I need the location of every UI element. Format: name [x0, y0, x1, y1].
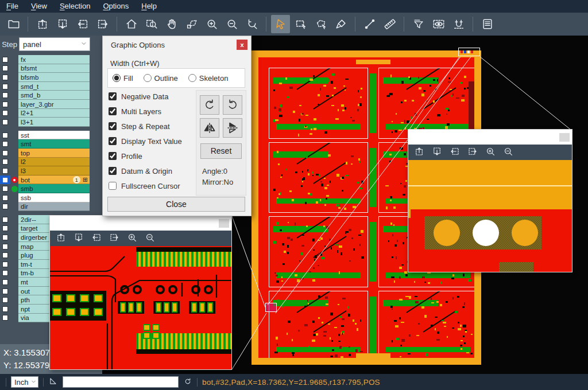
- menu-selection[interactable]: Selection: [53, 0, 96, 13]
- pan-left-button[interactable]: [91, 232, 102, 245]
- layer-row-bfsmb[interactable]: bfsmb: [0, 73, 102, 82]
- layer-row-ssb[interactable]: ssb: [0, 193, 102, 202]
- snap-button[interactable]: [449, 15, 468, 33]
- layer-checkbox[interactable]: [0, 139, 10, 149]
- pan-down-button[interactable]: [432, 146, 442, 159]
- clear-selection-button[interactable]: [331, 15, 350, 33]
- layer-row-smt[interactable]: smt: [0, 139, 102, 149]
- layer-checkbox[interactable]: [0, 193, 10, 202]
- radio-input[interactable]: [188, 74, 196, 82]
- layer-row-l3[interactable]: l3: [0, 166, 102, 176]
- layer-checkbox[interactable]: [0, 184, 10, 193]
- zoom-in-button[interactable]: [127, 232, 137, 245]
- checkbox-multi-layers[interactable]: Multi Layers: [109, 104, 182, 119]
- layer-checkbox[interactable]: [0, 278, 10, 287]
- zoom-out-button[interactable]: [222, 15, 241, 33]
- checkbox-input[interactable]: [109, 167, 117, 175]
- layer-row-dir[interactable]: dir: [0, 202, 102, 212]
- layer-checkbox[interactable]: [0, 215, 10, 224]
- checkbox-input[interactable]: [109, 137, 117, 145]
- zoom-out-button[interactable]: [503, 146, 513, 159]
- checkbox-display-text-value[interactable]: Display Text Value: [109, 134, 182, 149]
- command-input[interactable]: [63, 376, 179, 388]
- layer-row-l3+1[interactable]: l3+1: [0, 118, 102, 127]
- mirror-vertical-button[interactable]: [223, 118, 242, 138]
- layer-row-l2+1[interactable]: l2+1: [0, 109, 102, 118]
- layer-checkbox[interactable]: [0, 82, 10, 91]
- radio-input[interactable]: [144, 74, 152, 82]
- sync-icon[interactable]: [183, 377, 192, 388]
- report-button[interactable]: [478, 15, 497, 33]
- pan-down-button[interactable]: [53, 15, 72, 33]
- zoom-out-button[interactable]: [145, 232, 155, 245]
- layer-checkbox[interactable]: [0, 233, 10, 242]
- layer-row-l2[interactable]: l2: [0, 158, 102, 167]
- pan-up-button[interactable]: [56, 232, 66, 245]
- ruler-button[interactable]: [380, 15, 399, 33]
- layer-checkbox[interactable]: [0, 109, 10, 118]
- layer-checkbox[interactable]: [0, 295, 10, 305]
- zoom-in-button[interactable]: [202, 15, 221, 33]
- menu-view[interactable]: View: [25, 0, 53, 13]
- layer-checkbox[interactable]: [0, 131, 10, 140]
- pan-left-button[interactable]: [73, 15, 92, 33]
- view-options-button[interactable]: [429, 15, 448, 33]
- pan-right-button[interactable]: [109, 232, 119, 245]
- checkbox-negative-data[interactable]: Negative Data: [109, 89, 182, 104]
- radio-skeleton[interactable]: Skeleton: [188, 74, 229, 83]
- layer-row-bfsmt[interactable]: bfsmt: [0, 64, 102, 73]
- checkbox-input[interactable]: [109, 107, 117, 115]
- magnifier-view-left[interactable]: [50, 246, 231, 369]
- layer-checkbox[interactable]: [0, 260, 10, 269]
- layer-checkbox[interactable]: [0, 91, 10, 100]
- menu-help[interactable]: Help: [135, 0, 163, 13]
- checkbox-step-repeat[interactable]: Step & Repeat: [109, 119, 182, 134]
- zoom-poly-button[interactable]: [182, 15, 201, 33]
- layer-checkbox[interactable]: [0, 314, 10, 323]
- layer-row-sst[interactable]: sst: [0, 131, 102, 140]
- menu-options[interactable]: Options: [96, 0, 135, 13]
- unit-select[interactable]: Inch: [11, 376, 38, 388]
- layer-checkbox[interactable]: [0, 305, 10, 314]
- layer-checkbox[interactable]: [0, 64, 10, 73]
- layer-checkbox[interactable]: [0, 287, 10, 296]
- select-tool-button[interactable]: [271, 15, 290, 33]
- pan-right-button[interactable]: [93, 15, 112, 33]
- layer-checkbox[interactable]: [0, 73, 10, 82]
- pan-up-button[interactable]: [414, 146, 424, 159]
- rotate-cw-button[interactable]: [200, 95, 219, 115]
- layer-checkbox[interactable]: [0, 269, 10, 278]
- close-icon[interactable]: x: [237, 40, 247, 50]
- checkbox-profile[interactable]: Profile: [109, 149, 182, 163]
- zoom-previous-button[interactable]: [242, 15, 261, 33]
- layer-checkbox[interactable]: [0, 242, 10, 251]
- menu-file[interactable]: File: [0, 0, 25, 13]
- minimize-button[interactable]: [219, 219, 229, 228]
- poly-select-button[interactable]: [311, 15, 330, 33]
- layer-row-smd_t[interactable]: smd_t: [0, 82, 102, 91]
- layer-checkbox[interactable]: [0, 100, 10, 109]
- pan-down-button[interactable]: [74, 232, 84, 245]
- zoom-in-button[interactable]: [485, 146, 496, 159]
- minimize-button[interactable]: [559, 133, 570, 142]
- pan-hand-button[interactable]: [162, 15, 181, 33]
- pan-right-button[interactable]: [467, 146, 478, 159]
- magnifier-view-right[interactable]: [408, 160, 572, 272]
- layer-checkbox[interactable]: [0, 158, 10, 167]
- layer-row-smd_b[interactable]: smd_b: [0, 91, 102, 100]
- layer-checkbox[interactable]: [0, 251, 10, 260]
- filter-button[interactable]: [409, 15, 428, 33]
- step-select[interactable]: panel: [19, 37, 90, 51]
- layer-checkbox[interactable]: [0, 202, 10, 212]
- mirror-horizontal-button[interactable]: [200, 118, 219, 138]
- checkbox-input[interactable]: [109, 182, 117, 190]
- layer-checkbox[interactable]: [0, 118, 10, 127]
- layer-checkbox[interactable]: [0, 55, 10, 64]
- layer-row-smb[interactable]: smb: [0, 184, 102, 193]
- layer-checkbox[interactable]: [0, 176, 10, 185]
- reset-button[interactable]: Reset: [200, 143, 242, 159]
- measure-button[interactable]: [360, 15, 379, 33]
- layer-checkbox[interactable]: [0, 166, 10, 176]
- rotate-ccw-button[interactable]: [223, 95, 242, 115]
- zoom-region-button[interactable]: [142, 15, 161, 33]
